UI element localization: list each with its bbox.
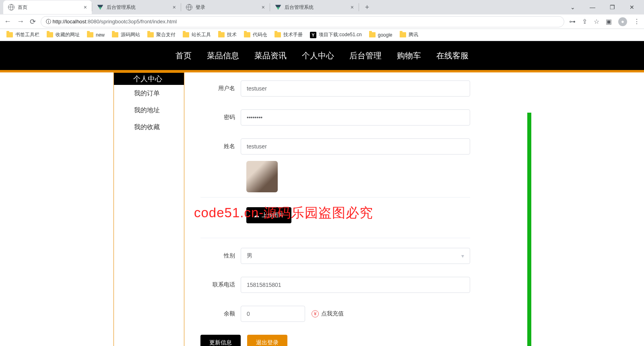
profile-icon[interactable]: ● (618, 17, 627, 26)
window-controls: ⌄ — ❐ ✕ (567, 2, 644, 12)
divider (200, 238, 470, 238)
vue-icon (275, 4, 281, 10)
minimize-icon[interactable]: — (586, 2, 599, 12)
sidebar-title: 个人中心 (114, 73, 184, 85)
close-icon[interactable]: × (262, 4, 265, 10)
bookmark-item[interactable]: 聚合支付 (147, 31, 175, 38)
url-text: ⓘ http://localhost:8080/springbootc3op5/… (46, 18, 177, 25)
folder-icon (147, 32, 154, 37)
recharge-link[interactable]: ¥ 点我充值 (312, 310, 344, 317)
phone-label: 联系电话 (200, 281, 241, 288)
browser-chrome: 首页 × 后台管理系统 × 登录 × 后台管理系统 × + ⌄ — ❐ ✕ (0, 0, 644, 41)
nav-admin[interactable]: 后台管理 (349, 50, 382, 61)
close-icon[interactable]: × (173, 4, 176, 10)
tab-title: 后台管理系统 (285, 4, 347, 11)
sidebar-item-address[interactable]: 我的地址 (114, 102, 184, 119)
upload-label: 上传图片 (262, 212, 284, 219)
nav-support[interactable]: 在线客服 (436, 50, 469, 61)
folder-icon (369, 32, 376, 37)
browser-tab-1[interactable]: 后台管理系统 × (92, 0, 181, 14)
main-nav: 首页 菜品信息 菜品资讯 个人中心 后台管理 购物车 在线客服 (0, 41, 644, 70)
bookmark-item[interactable]: 收藏的网址 (47, 31, 80, 38)
avatar-image (246, 161, 278, 192)
close-icon[interactable]: × (351, 4, 354, 10)
reload-button[interactable]: ⟳ (30, 17, 36, 26)
maximize-icon[interactable]: ❐ (607, 2, 618, 12)
folder-icon (47, 32, 53, 37)
globe-icon (8, 4, 14, 10)
tab-title: 后台管理系统 (107, 4, 169, 11)
password-input[interactable] (241, 109, 470, 126)
vue-icon (97, 4, 103, 10)
sidebar-item-orders[interactable]: 我的订单 (114, 85, 184, 102)
password-label: 密码 (200, 114, 241, 121)
bookmark-item[interactable]: 代码仓 (244, 31, 267, 38)
address-icons: ⊶ ⇪ ☆ ▣ ● ⋮ (569, 17, 640, 26)
gender-select[interactable]: 男 ▾ (241, 248, 470, 264)
extensions-icon[interactable]: ▣ (606, 18, 612, 25)
menu-icon[interactable]: ⋮ (634, 18, 640, 25)
url-input[interactable]: ⓘ http://localhost:8080/springbootc3op5/… (41, 16, 564, 27)
tab-separator (359, 3, 359, 11)
bookmark-item[interactable]: Y项目下载:code51.cn (310, 31, 362, 38)
sidebar: 个人中心 我的订单 我的地址 我的收藏 (114, 72, 184, 346)
star-icon[interactable]: ☆ (594, 18, 599, 25)
chevron-down-icon[interactable]: ⌄ (567, 2, 578, 12)
folder-icon (112, 32, 118, 37)
update-info-button[interactable]: 更新信息 (200, 335, 241, 346)
forward-button[interactable]: → (17, 17, 24, 26)
bookmark-item[interactable]: google (369, 32, 392, 38)
browser-tab-3[interactable]: 后台管理系统 × (270, 0, 359, 14)
bookmark-item[interactable]: new (87, 32, 105, 38)
bookmark-item[interactable]: 腾讯 (400, 31, 418, 38)
bookmarks-bar: 书签工具栏 收藏的网址 new 源码网站 聚合支付 站长工具 技术 代码仓 技术… (0, 29, 644, 41)
name-input[interactable] (241, 138, 470, 154)
browser-tab-0[interactable]: 首页 × (3, 0, 92, 14)
bookmark-item[interactable]: 技术手册 (275, 31, 303, 38)
content-area: 个人中心 我的订单 我的地址 我的收藏 用户名 密码 姓名 ☁ (0, 72, 644, 346)
address-bar: ← → ⟳ ⓘ http://localhost:8080/springboot… (0, 14, 644, 29)
key-icon[interactable]: ⊶ (569, 18, 576, 25)
balance-input[interactable] (241, 306, 305, 322)
folder-icon (183, 32, 189, 37)
divider (200, 197, 470, 198)
tab-strip: 首页 × 后台管理系统 × 登录 × 后台管理系统 × + ⌄ — ❐ ✕ (0, 0, 644, 14)
folder-icon (275, 32, 281, 37)
nav-profile[interactable]: 个人中心 (302, 50, 334, 61)
folder-icon (6, 32, 13, 37)
back-button[interactable]: ← (4, 17, 11, 26)
folder-icon (218, 32, 225, 37)
tab-title: 登录 (196, 4, 258, 11)
close-window-icon[interactable]: ✕ (626, 2, 638, 12)
action-buttons: 更新信息 退出登录 (200, 335, 511, 346)
balance-label: 余额 (200, 310, 241, 317)
nav-home[interactable]: 首页 (175, 50, 192, 61)
share-icon[interactable]: ⇪ (582, 18, 587, 25)
nav-dishes[interactable]: 菜品信息 (207, 50, 239, 61)
bookmark-item[interactable]: 站长工具 (183, 31, 211, 38)
page-viewport: 首页 菜品信息 菜品资讯 个人中心 后台管理 购物车 在线客服 个人中心 我的订… (0, 41, 644, 346)
upload-image-button[interactable]: ☁ 上传图片 (246, 207, 291, 223)
folder-icon (400, 32, 406, 37)
nav-cart[interactable]: 购物车 (397, 50, 421, 61)
yen-icon: ¥ (312, 310, 319, 317)
globe-icon (186, 4, 192, 10)
profile-form: 用户名 密码 姓名 ☁ 上传图片 性别 (184, 72, 644, 346)
y-icon: Y (310, 32, 316, 38)
cloud-upload-icon: ☁ (254, 212, 259, 218)
recharge-label: 点我充值 (321, 310, 344, 317)
nav-news[interactable]: 菜品资讯 (254, 50, 287, 61)
tab-title: 首页 (18, 4, 80, 11)
new-tab-button[interactable]: + (361, 2, 373, 13)
browser-tab-2[interactable]: 登录 × (181, 0, 270, 14)
close-icon[interactable]: × (84, 4, 87, 10)
username-input[interactable] (241, 80, 470, 97)
bookmark-item[interactable]: 源码网站 (112, 31, 140, 38)
folder-icon (87, 32, 93, 37)
phone-input[interactable] (241, 277, 470, 293)
bookmark-item[interactable]: 技术 (218, 31, 237, 38)
bookmark-item[interactable]: 书签工具栏 (6, 31, 39, 38)
username-label: 用户名 (200, 85, 241, 92)
sidebar-item-favorites[interactable]: 我的收藏 (114, 119, 184, 136)
logout-button[interactable]: 退出登录 (247, 335, 287, 346)
